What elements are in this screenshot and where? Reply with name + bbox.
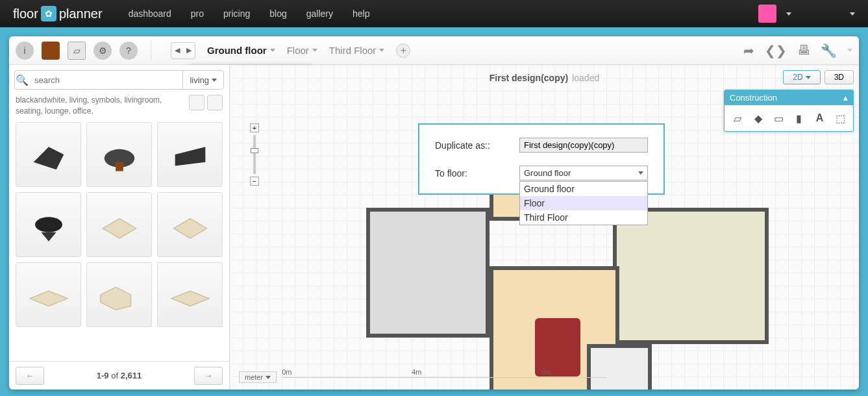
- ruler-mark: 8m: [541, 368, 551, 376]
- help-icon[interactable]: ?: [119, 42, 138, 60]
- list-item[interactable]: [86, 192, 152, 257]
- nav-gallery[interactable]: gallery: [306, 8, 333, 19]
- print-icon[interactable]: 🖶: [797, 43, 810, 58]
- zoom-in-button[interactable]: +: [250, 123, 259, 132]
- floor-tool-icon[interactable]: ◆: [749, 109, 767, 127]
- search-input[interactable]: [29, 75, 182, 85]
- toolbar-right: ➦ ❮❯ 🖶 🔧: [743, 43, 852, 58]
- next-page-button[interactable]: →: [194, 367, 223, 385]
- list-item[interactable]: [86, 122, 152, 187]
- floor-tab-floor[interactable]: Floor: [287, 45, 317, 56]
- list-item[interactable]: [86, 262, 152, 327]
- floor-tab-label: Ground floor: [207, 45, 267, 56]
- joystick-icon[interactable]: ⚙: [93, 42, 112, 60]
- filter-label: living: [190, 75, 209, 85]
- canvas[interactable]: First design(copy)loaded + − Duplicate a…: [230, 65, 859, 390]
- nav-blog[interactable]: blog: [269, 8, 286, 19]
- nav-pro[interactable]: pro: [191, 8, 204, 19]
- dup-name-input[interactable]: [519, 138, 648, 153]
- view-3d-button[interactable]: [189, 95, 205, 110]
- search-filter[interactable]: living: [182, 71, 223, 89]
- logo[interactable]: floor ✿ planner: [13, 6, 103, 21]
- chevron-down-icon: [270, 49, 275, 52]
- floor-option[interactable]: Third Floor: [520, 210, 647, 225]
- floor-option[interactable]: Ground floor: [520, 182, 647, 196]
- photo-icon[interactable]: ▱: [68, 42, 86, 60]
- share-icon[interactable]: ❮❯: [765, 43, 787, 58]
- floor-tab-ground[interactable]: Ground floor: [207, 45, 275, 56]
- list-item[interactable]: [157, 262, 223, 327]
- floor-tab-label: Floor: [287, 45, 309, 56]
- floor-option[interactable]: Floor: [520, 196, 647, 210]
- floor-select-value: Ground floor: [524, 168, 571, 178]
- toolbar: i ▱ ⚙ ? ◀ ▶ Ground floor Floor Third Flo…: [9, 36, 859, 65]
- settings-caret-icon[interactable]: [847, 49, 852, 52]
- zoom-handle[interactable]: [251, 148, 258, 153]
- duplicate-modal: Duplicate as:: To floor: Ground floor Gr…: [418, 123, 665, 195]
- zoom-slider[interactable]: [253, 135, 256, 174]
- nav-help[interactable]: help: [353, 8, 369, 19]
- furniture-grid: [9, 122, 229, 327]
- prev-page-button[interactable]: ←: [16, 367, 44, 385]
- door-tool-icon[interactable]: ▮: [790, 109, 808, 127]
- tag-row: blackandwhite, living, symbols, livingro…: [9, 95, 229, 122]
- zoom-out-button[interactable]: −: [250, 177, 259, 186]
- chevron-down-icon: [638, 171, 643, 175]
- chevron-down-icon: [379, 49, 384, 52]
- collapse-icon: ▴: [843, 93, 848, 103]
- ruler-mark: 4m: [412, 368, 421, 376]
- pager-text: 1-9 of 2,611: [97, 371, 142, 380]
- ruler: meter 0m 4m 8m: [239, 370, 606, 384]
- user-menu-caret-icon[interactable]: [786, 12, 791, 16]
- view-2d-button[interactable]: 2D: [783, 70, 820, 84]
- tags-text[interactable]: blackandwhite, living, symbols, livingro…: [16, 95, 178, 117]
- nav-pricing[interactable]: pricing: [223, 8, 250, 19]
- wall-tool-icon[interactable]: ▱: [728, 109, 747, 127]
- pager: ← 1-9 of 2,611 →: [9, 361, 229, 390]
- nav-dashboard[interactable]: dashboard: [129, 8, 171, 19]
- ruler-mark: 0m: [282, 368, 291, 376]
- floor-label: To floor:: [435, 168, 506, 179]
- floor-nav: ◀ ▶ Ground floor Floor Third Floor + ✔ F…: [171, 42, 410, 59]
- view-top-button[interactable]: [207, 95, 223, 110]
- panel-header[interactable]: Construction ▴: [725, 90, 853, 105]
- floor-nav-arrows: ◀ ▶: [171, 42, 195, 59]
- floor-select[interactable]: Ground floor: [519, 166, 648, 180]
- avatar[interactable]: [758, 5, 776, 23]
- lang-caret-icon[interactable]: [850, 12, 855, 16]
- room-kitchen[interactable]: [366, 208, 490, 338]
- export-icon[interactable]: ➦: [743, 43, 754, 58]
- room-living[interactable]: [613, 208, 769, 344]
- dimension-tool-icon[interactable]: ⬚: [831, 109, 849, 127]
- library-panel: 🔍 living blackandwhite, living, symbols,…: [9, 65, 230, 390]
- chevron-down-icon: [266, 376, 271, 379]
- furniture-icon[interactable]: [42, 42, 60, 60]
- floor-tab-third[interactable]: Third Floor: [329, 45, 385, 56]
- view-buttons: 2D 3D: [783, 70, 854, 84]
- panel-title: Construction: [730, 93, 777, 103]
- logo-icon: ✿: [41, 6, 56, 21]
- prev-floor-button[interactable]: ◀: [171, 43, 183, 58]
- chevron-down-icon: [806, 76, 811, 79]
- list-item[interactable]: [16, 262, 81, 327]
- search-row: 🔍 living: [14, 70, 224, 90]
- settings-icon[interactable]: 🔧: [821, 43, 837, 58]
- search-icon: 🔍: [15, 74, 29, 86]
- view-3d-button[interactable]: 3D: [825, 70, 854, 84]
- list-item[interactable]: [157, 192, 223, 257]
- info-icon[interactable]: i: [16, 42, 34, 60]
- list-item[interactable]: [16, 192, 81, 257]
- next-floor-button[interactable]: ▶: [183, 43, 195, 58]
- logo-text-b: planner: [59, 6, 103, 21]
- window-tool-icon[interactable]: ▭: [769, 109, 787, 127]
- top-nav: floor ✿ planner dashboard pro pricing bl…: [0, 0, 868, 27]
- text-tool-icon[interactable]: A: [811, 109, 829, 127]
- user-nav: [758, 5, 855, 23]
- nav-links: dashboard pro pricing blog gallery help: [129, 8, 370, 19]
- add-floor-button[interactable]: +: [396, 43, 410, 58]
- list-item[interactable]: [16, 122, 81, 187]
- logo-text-a: floor: [13, 6, 38, 21]
- unit-select[interactable]: meter: [239, 371, 277, 383]
- chevron-down-icon: [212, 79, 217, 82]
- list-item[interactable]: [157, 122, 223, 187]
